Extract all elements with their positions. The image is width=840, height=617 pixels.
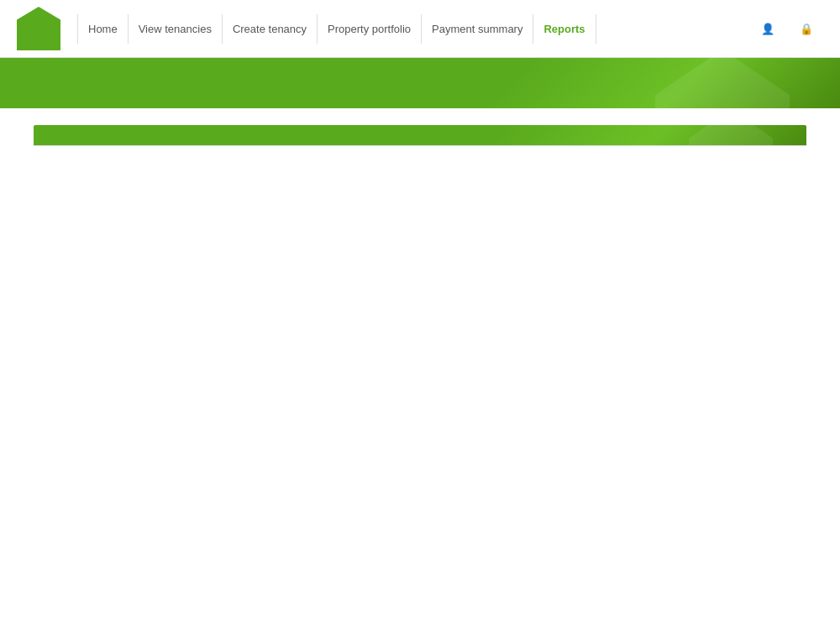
- logout-link[interactable]: 🔒: [793, 14, 823, 44]
- section-body: [34, 145, 806, 146]
- nav-right: 👤 🔒: [746, 14, 823, 44]
- nav-home[interactable]: Home: [77, 14, 129, 44]
- nav-reports[interactable]: Reports: [533, 14, 596, 44]
- reports-section: [34, 125, 806, 146]
- nav-payment-summary[interactable]: Payment summary: [422, 14, 533, 44]
- nav-property-portfolio[interactable]: Property portfolio: [318, 14, 422, 44]
- nav-view-tenancies[interactable]: View tenancies: [129, 14, 223, 44]
- content: [0, 108, 840, 163]
- nav-create-tenancy[interactable]: Create tenancy: [223, 14, 318, 44]
- hero-section: [0, 58, 840, 108]
- your-account-link[interactable]: 👤: [754, 14, 785, 44]
- account-icon: 👤: [761, 23, 774, 35]
- logo: [17, 7, 60, 50]
- logout-icon: 🔒: [800, 23, 813, 35]
- main-nav: Home View tenancies Create tenancy Prope…: [77, 14, 746, 44]
- header: Home View tenancies Create tenancy Prope…: [0, 0, 840, 58]
- section-header: [34, 125, 806, 145]
